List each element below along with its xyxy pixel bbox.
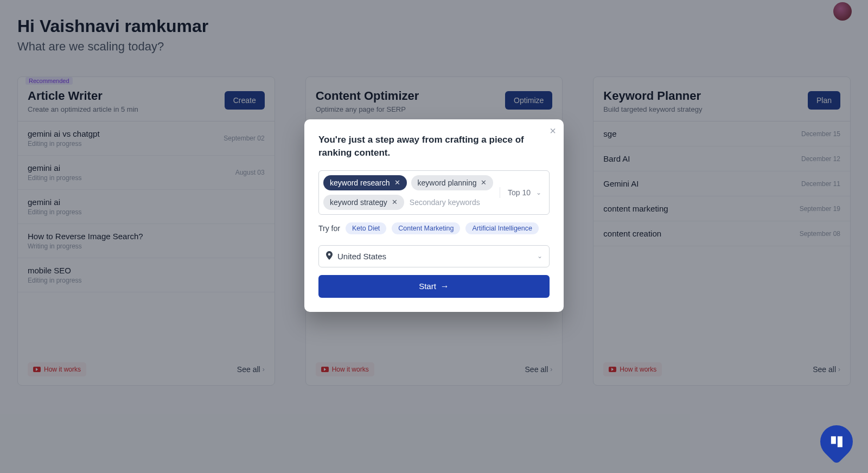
modal-title: You're just a step away from crafting a … (318, 133, 550, 159)
chevron-down-icon: ⌄ (536, 189, 541, 196)
remove-icon[interactable]: ✕ (481, 178, 487, 187)
keyword-modal: × You're just a step away from crafting … (304, 119, 564, 312)
location-value: United States (337, 252, 386, 261)
top-n-selector[interactable]: Top 10 ⌄ (500, 187, 545, 198)
top-n-label: Top 10 (508, 188, 531, 197)
start-button[interactable]: Start → (318, 275, 550, 298)
pill-label: keyword strategy (330, 198, 387, 207)
try-for-label: Try for (318, 224, 340, 233)
try-for-row: Try for Keto Diet Content Marketing Arti… (318, 222, 550, 234)
modal-overlay: × You're just a step away from crafting … (0, 0, 868, 473)
suggestion-pill[interactable]: Keto Diet (346, 222, 386, 234)
secondary-keyword-pill[interactable]: keyword planning ✕ (411, 175, 494, 190)
close-icon: × (550, 125, 556, 137)
remove-icon[interactable]: ✕ (392, 198, 398, 206)
chevron-down-icon: ⌄ (537, 252, 542, 260)
remove-icon[interactable]: ✕ (394, 178, 400, 187)
pill-label: keyword planning (418, 178, 477, 187)
location-pin-icon (326, 251, 333, 261)
close-button[interactable]: × (550, 125, 556, 137)
keyword-tags: keyword research ✕ keyword planning ✕ ke… (323, 175, 495, 210)
pill-label: keyword research (330, 178, 390, 187)
suggestion-pill[interactable]: Content Marketing (392, 222, 460, 234)
keywords-input-box[interactable]: keyword research ✕ keyword planning ✕ ke… (318, 170, 550, 215)
fab-logo-icon (831, 436, 843, 447)
arrow-right-icon: → (441, 282, 449, 291)
primary-keyword-pill[interactable]: keyword research ✕ (323, 175, 407, 190)
secondary-keyword-pill[interactable]: keyword strategy ✕ (323, 195, 404, 210)
suggestion-pill[interactable]: Artificial Intelligence (465, 222, 538, 234)
secondary-keywords-input[interactable] (409, 196, 495, 209)
location-selector[interactable]: United States ⌄ (318, 245, 550, 267)
start-label: Start (419, 282, 436, 291)
